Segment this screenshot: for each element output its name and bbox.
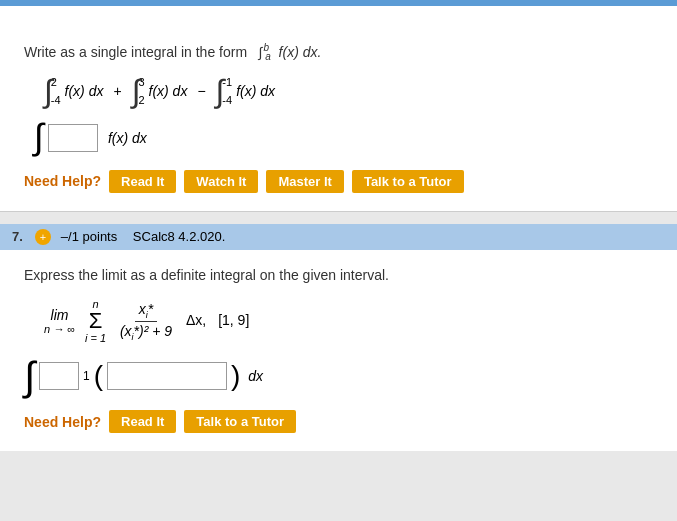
section-gap [0, 212, 677, 224]
sigma-block: n Σ i = 1 [85, 298, 106, 344]
integral3-term: f(x) dx [236, 83, 275, 99]
page-container: Write as a single integral in the form ∫… [0, 0, 677, 451]
lim-block: lim n → ∞ [44, 307, 75, 335]
answer-integral-symbol: ∫ [34, 121, 44, 153]
need-help-section7: Need Help? Read It Talk to a Tutor [24, 410, 653, 433]
problem7-number: 7. [12, 229, 23, 244]
answer-bounds-box[interactable] [48, 124, 98, 152]
lim-text: lim [51, 307, 69, 323]
interval-text: [1, 9] [218, 312, 249, 328]
problem6-instruction: Write as a single integral in the form ∫… [24, 40, 653, 65]
lim-sub: n → ∞ [44, 323, 75, 335]
need-help-label7: Need Help? [24, 414, 101, 430]
sigma-bottom: i = 1 [85, 332, 106, 344]
answer7-bounds-box[interactable] [39, 362, 79, 390]
fraction-bottom: (xi*)² + 9 [116, 322, 176, 342]
plus-operator: + [113, 83, 121, 99]
points-badge7: + [35, 229, 51, 245]
integral1-group: ∫ 2 -4 f(x) dx [44, 75, 103, 107]
integral3-symbol: ∫ [216, 75, 225, 107]
lower-limit-1: 1 [83, 369, 90, 383]
answer-integral-row: ∫ f(x) dx [34, 121, 653, 153]
minus-operator: − [197, 83, 205, 99]
need-help-label6: Need Help? [24, 173, 101, 189]
answer7-integral-symbol: ∫ [24, 358, 35, 394]
integral1-term: f(x) dx [65, 83, 104, 99]
integral2-group: ∫ 3 2 f(x) dx [132, 75, 188, 107]
dx-label: dx [248, 368, 263, 384]
problem7-header: 7. + –/1 points SCalc8 4.2.020. [0, 224, 677, 250]
sigma-symbol: Σ [89, 310, 103, 332]
answer-row7: ∫ 1 ( ) dx [24, 358, 653, 394]
read-it-button7[interactable]: Read It [109, 410, 176, 433]
integral3-group: ∫ -1 -4 f(x) dx [216, 75, 275, 107]
problem6-content: Write as a single integral in the form ∫… [24, 24, 653, 193]
problem6-section: Write as a single integral in the form ∫… [0, 6, 677, 212]
integral-form: ∫ba [259, 44, 279, 60]
integral2-term: f(x) dx [149, 83, 188, 99]
problem7-course: SCalc8 4.2.020. [133, 229, 226, 244]
master-it-button6[interactable]: Master It [266, 170, 343, 193]
integral-row: ∫ 2 -4 f(x) dx + ∫ 3 2 f(x) dx [44, 75, 653, 107]
instruction-text: Write as a single integral in the form [24, 44, 247, 60]
read-it-button6[interactable]: Read It [109, 170, 176, 193]
close-paren: ) [231, 362, 240, 390]
problem7-points: –/1 points [61, 229, 117, 244]
watch-it-button6[interactable]: Watch It [184, 170, 258, 193]
limit-expression: lim n → ∞ n Σ i = 1 xi* (xi*)² + 9 Δx, [… [44, 298, 653, 344]
limit-fraction: xi* (xi*)² + 9 [116, 301, 176, 342]
delta-x: Δx, [186, 312, 206, 328]
problem7-content: Express the limit as a definite integral… [0, 250, 677, 451]
answer-fx: f(x) dx [108, 130, 147, 146]
need-help-section6: Need Help? Read It Watch It Master It Ta… [24, 170, 653, 193]
open-paren: ( [94, 362, 103, 390]
fraction-top: xi* [135, 301, 157, 322]
answer7-integrand-box[interactable] [107, 362, 227, 390]
talk-to-tutor-button7[interactable]: Talk to a Tutor [184, 410, 296, 433]
problem7-instruction: Express the limit as a definite integral… [24, 264, 653, 286]
form-fx: f(x) dx. [279, 44, 322, 60]
talk-to-tutor-button6[interactable]: Talk to a Tutor [352, 170, 464, 193]
integral1-symbol: ∫ [44, 75, 53, 107]
integral2-symbol: ∫ [132, 75, 141, 107]
